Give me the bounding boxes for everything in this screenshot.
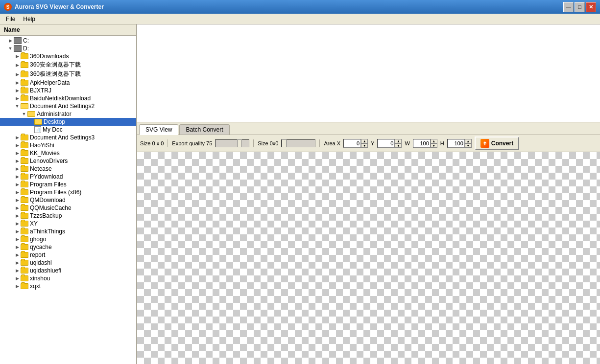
expand-arrow[interactable]: ▶ <box>14 62 21 68</box>
expand-arrow[interactable]: ▶ <box>14 150 21 157</box>
h-input[interactable]: 100 <box>447 139 465 148</box>
drive-icon <box>14 45 22 52</box>
h-down-button[interactable]: ▼ <box>465 143 472 148</box>
x-input[interactable]: 0 <box>343 139 361 148</box>
y-up-button[interactable]: ▲ <box>395 139 402 143</box>
expand-arrow[interactable]: ▶ <box>14 236 21 243</box>
tree-item-360browser[interactable]: ▶360安全浏览器下载 <box>0 60 136 69</box>
tree-item-docset2[interactable]: ▼Document And Settings2 <box>0 102 136 110</box>
expand-arrow[interactable]: ▶ <box>14 181 21 188</box>
expand-arrow[interactable]: ▼ <box>7 45 14 52</box>
tree-item-bjxtrj[interactable]: ▶BJXTRJ <box>0 87 136 94</box>
tree-item-mydoc[interactable]: 📄My Doc <box>0 126 136 134</box>
tree-item-report[interactable]: ▶report <box>0 251 136 259</box>
tree-item-360fast[interactable]: ▶360极速浏览器下载 <box>0 69 136 79</box>
folder-icon <box>21 80 28 86</box>
tree-item-qqmusic[interactable]: ▶QQMusicCache <box>0 204 136 212</box>
expand-arrow[interactable]: ▶ <box>14 95 21 102</box>
tree-item-haoyishi[interactable]: ▶HaoYiShi <box>0 141 136 149</box>
expand-arrow[interactable]: ▶ <box>14 212 21 219</box>
w-input[interactable]: 100 <box>413 139 431 148</box>
document-icon: 📄 <box>34 126 41 133</box>
minimize-button[interactable]: — <box>563 2 574 12</box>
tree-item-desktop[interactable]: Desktop <box>0 118 136 126</box>
quality-slider[interactable] <box>215 139 249 147</box>
tree-item-xinshou[interactable]: ▶xinshou <box>0 274 136 282</box>
expand-arrow[interactable]: ▶ <box>14 259 21 266</box>
expand-arrow[interactable]: ▶ <box>14 53 21 60</box>
separator3 <box>319 139 320 147</box>
expand-arrow[interactable]: ▶ <box>14 275 21 282</box>
w-spinbox: 100 ▲ ▼ <box>413 139 437 148</box>
y-input[interactable]: 0 <box>377 139 395 148</box>
expand-arrow[interactable]: ▶ <box>14 71 21 78</box>
w-down-button[interactable]: ▼ <box>431 143 437 148</box>
menu-file[interactable]: File <box>2 15 19 23</box>
tree-item-tzzs[interactable]: ▶TzzsBackup <box>0 212 136 220</box>
expand-arrow[interactable]: ▶ <box>14 220 21 227</box>
tree-item-programfiles86[interactable]: ▶Program Files (x86) <box>0 188 136 196</box>
tree-item-xy[interactable]: ▶XY <box>0 220 136 228</box>
tree-item-label: LenovoDrivers <box>30 158 136 164</box>
tree-item-qycache[interactable]: ▶qycache <box>0 243 136 251</box>
expand-arrow[interactable]: ▶ <box>14 165 21 172</box>
expand-arrow[interactable]: ▶ <box>14 197 21 204</box>
expand-arrow[interactable]: ▶ <box>14 134 21 141</box>
expand-arrow[interactable]: ▶ <box>14 173 21 180</box>
tree-item-label: PYdownload <box>30 173 136 180</box>
convert-button[interactable]: Convert <box>475 136 519 150</box>
y-down-button[interactable]: ▼ <box>395 143 402 148</box>
x-down-button[interactable]: ▼ <box>361 143 368 148</box>
tree-item-uqidashiuefi[interactable]: ▶uqidashiuefi <box>0 267 136 274</box>
menu-help[interactable]: Help <box>19 15 39 23</box>
expand-arrow[interactable]: ▶ <box>14 244 21 250</box>
tree-item-docset3[interactable]: ▶Document And Settings3 <box>0 134 136 141</box>
x-up-button[interactable]: ▲ <box>361 139 368 143</box>
tab-svg-view[interactable]: SVG View <box>139 124 178 135</box>
tree-item-qmdownload[interactable]: ▶QMDownload <box>0 196 136 204</box>
tree-item-360downloads[interactable]: ▶360Downloads <box>0 52 136 60</box>
expand-arrow[interactable]: ▶ <box>14 189 21 196</box>
expand-arrow[interactable]: ▶ <box>14 142 21 149</box>
expand-arrow[interactable]: ▶ <box>14 87 21 94</box>
expand-arrow[interactable] <box>27 118 34 125</box>
expand-arrow[interactable]: ▶ <box>14 283 21 290</box>
tree-item-baidu[interactable]: ▶BaiduNetdiskDownload <box>0 94 136 102</box>
tree-item-d-drive[interactable]: ▼D: <box>0 45 136 52</box>
tree-item-c-drive[interactable]: ▶C: <box>0 37 136 45</box>
size2-slider[interactable] <box>281 139 315 147</box>
folder-icon <box>21 205 28 211</box>
tab-batch-convert[interactable]: Batch Convert <box>179 124 229 135</box>
expand-arrow[interactable]: ▶ <box>14 79 21 86</box>
tree-item-programfiles[interactable]: ▶Program Files <box>0 181 136 188</box>
expand-arrow[interactable]: ▶ <box>7 37 14 44</box>
tree-item-uqidashi[interactable]: ▶uqidashi <box>0 259 136 267</box>
main-container: Name ▶C:▼D:▶360Downloads▶360安全浏览器下载▶360极… <box>0 24 600 364</box>
maximize-button[interactable]: □ <box>575 2 585 12</box>
expand-arrow[interactable]: ▶ <box>14 251 21 258</box>
expand-arrow[interactable]: ▶ <box>14 267 21 274</box>
tree-item-ghogo[interactable]: ▶ghogo <box>0 235 136 243</box>
expand-arrow[interactable]: ▼ <box>14 103 21 110</box>
tree-item-lenovo[interactable]: ▶LenovoDrivers <box>0 157 136 165</box>
size2-slider-container <box>281 139 315 147</box>
tree-body[interactable]: ▶C:▼D:▶360Downloads▶360安全浏览器下载▶360极速浏览器下… <box>0 36 136 364</box>
expand-arrow[interactable]: ▼ <box>21 111 27 117</box>
tree-item-label: 360安全浏览器下载 <box>30 61 136 69</box>
tree-item-kkmovies[interactable]: ▶KK_Movies <box>0 149 136 157</box>
expand-arrow[interactable]: ▶ <box>14 205 21 211</box>
tree-item-apkhelper[interactable]: ▶ApkHelperData <box>0 79 136 87</box>
expand-arrow[interactable]: ▶ <box>14 158 21 164</box>
h-up-button[interactable]: ▲ <box>465 139 472 143</box>
tree-item-athink[interactable]: ▶aThinkThings <box>0 228 136 235</box>
w-up-button[interactable]: ▲ <box>431 139 437 143</box>
tree-item-pydownload[interactable]: ▶PYdownload <box>0 173 136 181</box>
tree-item-netease[interactable]: ▶Netease <box>0 165 136 173</box>
expand-arrow[interactable] <box>27 126 34 133</box>
close-button[interactable]: ✕ <box>586 2 596 12</box>
tree-item-administrator[interactable]: ▼Administrator <box>0 110 136 118</box>
expand-arrow[interactable]: ▶ <box>14 228 21 235</box>
y-spinbox-buttons: ▲ ▼ <box>395 139 402 148</box>
tree-item-xqxt[interactable]: ▶xqxt <box>0 282 136 290</box>
folder-icon <box>21 150 28 156</box>
